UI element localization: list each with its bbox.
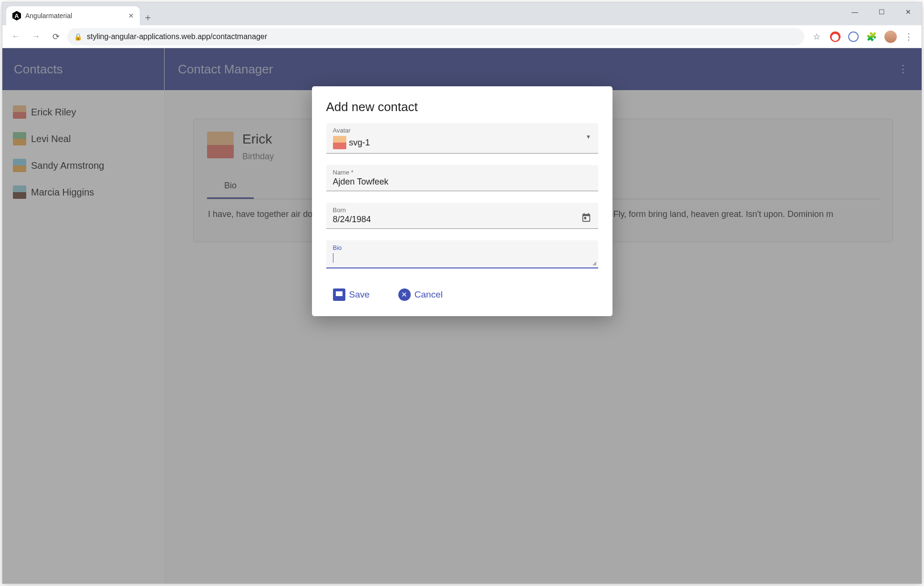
reload-button[interactable]: ⟳ xyxy=(47,28,64,45)
field-label: Avatar xyxy=(333,127,592,134)
save-button[interactable]: Save xyxy=(328,285,374,305)
close-window-button[interactable]: ✕ xyxy=(895,2,922,21)
browser-tab-strip: A Angularmaterial ✕ ＋ — ☐ ✕ xyxy=(2,2,922,25)
field-label: Bio xyxy=(333,244,592,251)
field-label: Born xyxy=(333,206,592,214)
resize-handle-icon[interactable]: ◢ xyxy=(592,260,596,266)
lock-icon: 🔒 xyxy=(74,33,82,41)
maximize-button[interactable]: ☐ xyxy=(868,2,895,21)
cancel-button[interactable]: ✕ Cancel xyxy=(394,285,447,305)
calendar-icon[interactable] xyxy=(581,212,592,225)
extension-blue-icon[interactable] xyxy=(848,31,859,42)
star-icon[interactable]: ☆ xyxy=(811,31,822,42)
name-field[interactable]: Name * xyxy=(326,165,598,191)
born-field[interactable]: Born xyxy=(326,203,598,229)
browser-tab[interactable]: A Angularmaterial ✕ xyxy=(6,6,140,25)
omnibox[interactable]: 🔒 styling-angular-applications.web.app/c… xyxy=(67,28,804,45)
browser-menu-icon[interactable]: ⋮ xyxy=(904,31,913,42)
dialog-title: Add new contact xyxy=(326,100,598,114)
bio-textarea[interactable] xyxy=(333,251,592,265)
extension-red-icon[interactable]: ⬤ xyxy=(830,31,841,42)
button-label: Cancel xyxy=(415,289,443,300)
new-tab-button[interactable]: ＋ xyxy=(140,9,156,25)
window-controls: — ☐ ✕ xyxy=(841,2,922,21)
born-input[interactable] xyxy=(333,214,592,226)
close-tab-icon[interactable]: ✕ xyxy=(128,12,134,20)
chevron-down-icon: ▼ xyxy=(586,134,592,140)
back-button[interactable]: ← xyxy=(7,28,24,45)
extensions-icon[interactable]: 🧩 xyxy=(866,31,877,42)
minimize-button[interactable]: — xyxy=(841,2,868,21)
avatar-select[interactable]: Avatar svg-1 ▼ xyxy=(326,123,598,154)
save-icon xyxy=(333,288,345,301)
avatar-icon xyxy=(333,136,346,149)
add-contact-dialog: Add new contact Avatar svg-1 ▼ Name * xyxy=(312,86,613,316)
field-label: Name * xyxy=(333,169,592,176)
bio-field[interactable]: Bio ◢ xyxy=(326,240,598,268)
cancel-icon: ✕ xyxy=(398,288,411,301)
tab-title: Angularmaterial xyxy=(25,12,125,20)
angular-icon: A xyxy=(12,11,21,21)
button-label: Save xyxy=(349,289,370,300)
name-input[interactable] xyxy=(333,176,592,188)
address-bar: ← → ⟳ 🔒 styling-angular-applications.web… xyxy=(2,25,922,48)
modal-overlay[interactable]: Add new contact Avatar svg-1 ▼ Name * xyxy=(2,48,922,584)
avatar-value: svg-1 xyxy=(349,138,370,148)
url-text: styling-angular-applications.web.app/con… xyxy=(87,32,267,41)
forward-button[interactable]: → xyxy=(27,28,44,45)
profile-avatar-icon[interactable] xyxy=(884,31,897,43)
